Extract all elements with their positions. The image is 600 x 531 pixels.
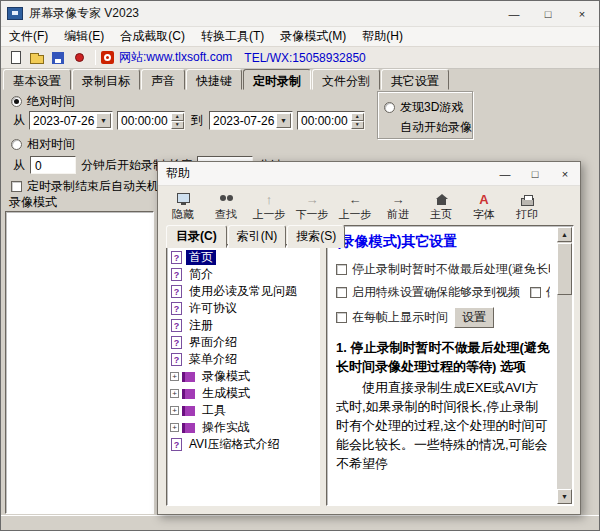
help-maximize-button[interactable]: □ bbox=[520, 162, 550, 185]
tree-item-license[interactable]: ? 许可协议 bbox=[169, 300, 317, 317]
to-label: 到 bbox=[191, 112, 203, 129]
menu-file[interactable]: 文件(F) bbox=[1, 27, 56, 46]
help-up-button[interactable]: ↑ 上一步 bbox=[248, 189, 290, 223]
truncated-checkbox[interactable] bbox=[530, 287, 541, 298]
toolbar-separator bbox=[95, 50, 96, 65]
minimize-button[interactable]: — bbox=[497, 1, 531, 26]
settings-tabbar: 基本设置 录制目标 声音 快捷键 定时录制 文件分割 其它设置 bbox=[3, 69, 450, 90]
spin-down-icon[interactable]: ▼ bbox=[171, 121, 184, 129]
help-home-button[interactable]: 主页 bbox=[420, 189, 462, 223]
font-icon: A bbox=[479, 192, 488, 207]
menu-edit[interactable]: 编辑(E) bbox=[56, 27, 112, 46]
tab-record-target[interactable]: 录制目标 bbox=[72, 69, 140, 90]
help-close-button[interactable]: × bbox=[550, 162, 580, 185]
tab-basic-settings[interactable]: 基本设置 bbox=[3, 69, 71, 90]
tab-search[interactable]: 搜索(S) bbox=[287, 225, 345, 248]
stop-no-process-checkbox[interactable] bbox=[336, 264, 347, 275]
help-back-button[interactable]: ← 上一步 bbox=[334, 189, 376, 223]
dropdown-arrow-icon[interactable]: ▼ bbox=[96, 113, 111, 128]
tab-contents[interactable]: 目录(C) bbox=[166, 225, 227, 248]
game3d-groupbox: 发现3D游戏 自动开始录像 bbox=[377, 91, 473, 139]
relative-time-row: 相对时间 bbox=[11, 136, 75, 153]
tree-item-menu-intro[interactable]: ? 菜单介绍 bbox=[169, 351, 317, 368]
dropdown-arrow-icon[interactable]: ▼ bbox=[276, 113, 291, 128]
save-button[interactable] bbox=[48, 49, 68, 67]
help-font-button[interactable]: A 字体 bbox=[463, 189, 505, 223]
tree-item-home[interactable]: ? 首页 bbox=[169, 249, 317, 266]
menu-compose-capture[interactable]: 合成截取(C) bbox=[112, 27, 193, 46]
record-icon bbox=[75, 53, 84, 62]
tab-hotkey[interactable]: 快捷键 bbox=[186, 69, 242, 90]
help-nav-tabs: 目录(C) 索引(N) 搜索(S) bbox=[166, 225, 346, 248]
printer-icon bbox=[521, 198, 534, 206]
help-page-icon: ? bbox=[171, 336, 182, 349]
absolute-time-radio[interactable] bbox=[11, 96, 22, 107]
scroll-down-icon[interactable]: ▼ bbox=[557, 489, 572, 504]
end-date-combo[interactable]: 2023-07-26 ▼ bbox=[209, 111, 293, 130]
spin-up-icon[interactable]: ▲ bbox=[351, 113, 364, 121]
relative-time-label: 相对时间 bbox=[27, 136, 75, 153]
expand-plus-icon[interactable]: + bbox=[170, 406, 179, 415]
tree-item-generate-mode[interactable]: + 生成模式 bbox=[169, 385, 317, 402]
show-time-checkbox[interactable] bbox=[336, 312, 347, 323]
close-button[interactable]: × bbox=[565, 1, 599, 26]
help-content-title: (录像模式)其它设置 bbox=[336, 233, 550, 251]
settings-button[interactable]: 设置 bbox=[454, 307, 494, 328]
tree-item-tools[interactable]: + 工具 bbox=[169, 402, 317, 419]
absolute-time-range-row: 从 2023-07-26 ▼ 00:00:00 ▲ ▼ 到 2023-07-26… bbox=[13, 111, 369, 130]
menu-help[interactable]: 帮助(H) bbox=[354, 27, 411, 46]
start-date-combo[interactable]: 2023-07-26 ▼ bbox=[29, 111, 113, 130]
help-content-pane: (录像模式)其它设置 停止录制时暂时不做最后处理(避免长时 启用特殊设置确保能够… bbox=[326, 225, 574, 506]
record-mode-listbox[interactable] bbox=[5, 211, 154, 514]
maximize-button[interactable]: □ bbox=[531, 1, 565, 26]
open-file-button[interactable] bbox=[27, 49, 47, 67]
expand-plus-icon[interactable]: + bbox=[170, 423, 179, 432]
tree-item-intro[interactable]: ? 简介 bbox=[169, 266, 317, 283]
help-find-button[interactable]: 查找 bbox=[205, 189, 247, 223]
tab-index[interactable]: 索引(N) bbox=[228, 225, 287, 248]
tree-item-ui-intro[interactable]: ? 界面介绍 bbox=[169, 334, 317, 351]
help-section-heading: 1. 停止录制时暂时不做最后处理(避免长时间录像处理过程的等待) 选项 bbox=[336, 338, 550, 376]
help-toolbar: 隐藏 查找 ↑ 上一步 → 下一步 ← 上一步 → 前进 bbox=[158, 186, 580, 224]
open-folder-icon bbox=[30, 55, 44, 64]
help-page-icon: ? bbox=[171, 268, 182, 281]
tree-item-must-read[interactable]: ? 使用必读及常见问题 bbox=[169, 283, 317, 300]
scroll-up-icon[interactable]: ▲ bbox=[557, 227, 572, 242]
record-button[interactable] bbox=[69, 49, 89, 67]
spin-up-icon[interactable]: ▲ bbox=[171, 113, 184, 121]
start-date-value: 2023-07-26 bbox=[30, 114, 96, 128]
help-book-icon bbox=[182, 372, 195, 382]
help-next-button[interactable]: → 下一步 bbox=[291, 189, 333, 223]
website-link[interactable]: 网站:www.tlxsoft.com bbox=[119, 49, 232, 66]
new-file-button[interactable] bbox=[6, 49, 26, 67]
menu-record-mode[interactable]: 录像模式(M) bbox=[272, 27, 354, 46]
help-minimize-button[interactable]: — bbox=[490, 162, 520, 185]
tree-item-register[interactable]: ? 注册 bbox=[169, 317, 317, 334]
game3d-radio[interactable] bbox=[384, 102, 395, 113]
scrollbar-thumb[interactable] bbox=[557, 243, 572, 295]
tree-item-practice[interactable]: + 操作实战 bbox=[169, 419, 317, 436]
tree-item-avi-format[interactable]: ? AVI压缩格式介绍 bbox=[169, 436, 317, 453]
tab-other-settings[interactable]: 其它设置 bbox=[381, 69, 449, 90]
help-forward-button[interactable]: → 前进 bbox=[377, 189, 419, 223]
special-settings-checkbox[interactable] bbox=[336, 287, 347, 298]
spin-down-icon[interactable]: ▼ bbox=[351, 121, 364, 129]
tab-sound[interactable]: 声音 bbox=[141, 69, 185, 90]
rel-start-input[interactable]: 0 bbox=[30, 156, 76, 174]
absolute-time-label: 绝对时间 bbox=[27, 93, 75, 110]
expand-plus-icon[interactable]: + bbox=[170, 389, 179, 398]
end-time-input[interactable]: 00:00:00 ▲ ▼ bbox=[297, 111, 365, 130]
start-time-spinner: ▲ ▼ bbox=[171, 113, 184, 129]
content-scrollbar[interactable]: ▲ ▼ bbox=[557, 227, 572, 504]
tab-timed-record[interactable]: 定时录制 bbox=[243, 69, 311, 90]
app-icon bbox=[7, 7, 23, 20]
expand-plus-icon[interactable]: + bbox=[170, 372, 179, 381]
help-print-button[interactable]: 打印 bbox=[506, 189, 548, 223]
start-time-input[interactable]: 00:00:00 ▲ ▼ bbox=[117, 111, 185, 130]
tab-file-split[interactable]: 文件分割 bbox=[312, 69, 380, 90]
tree-item-record-mode[interactable]: + 录像模式 bbox=[169, 368, 317, 385]
help-hide-button[interactable]: 隐藏 bbox=[162, 189, 204, 223]
menu-convert-tools[interactable]: 转换工具(T) bbox=[193, 27, 272, 46]
relative-time-radio[interactable] bbox=[11, 139, 22, 150]
auto-shutdown-checkbox[interactable] bbox=[11, 181, 22, 192]
